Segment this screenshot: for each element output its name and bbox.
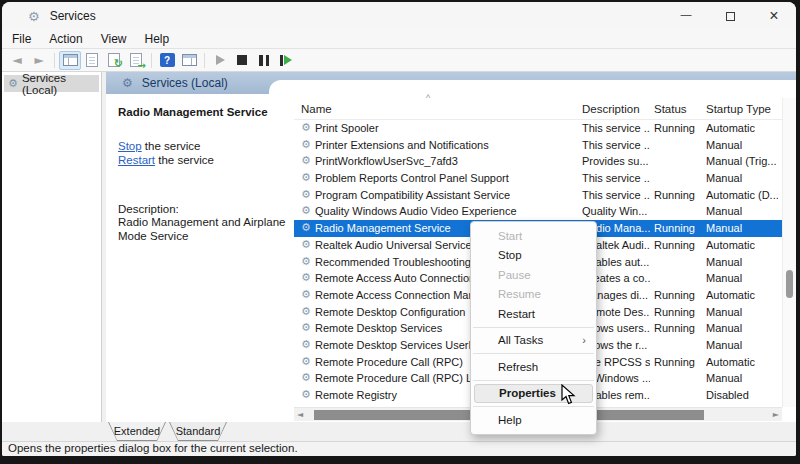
menu-separator <box>473 380 594 381</box>
service-name-cell: Quality Windows Audio Video Experience <box>315 203 577 220</box>
service-startup-cell: Automatic <box>706 120 778 137</box>
refresh-button[interactable]: ↻ <box>103 51 125 70</box>
service-status-cell: Running <box>654 237 702 254</box>
restart-service-line: Restart the service <box>118 153 284 167</box>
pause-service-button[interactable] <box>253 51 275 70</box>
toolbar-separator <box>54 53 55 68</box>
show-console-tree-button[interactable] <box>59 51 81 70</box>
context-menu-item-refresh[interactable]: Refresh <box>471 357 596 377</box>
toolbar-separator <box>151 53 152 68</box>
menu-file[interactable]: File <box>3 32 40 46</box>
service-status-cell: Running <box>654 120 702 137</box>
scroll-left-icon[interactable]: ◄ <box>297 409 303 421</box>
context-menu-item-restart[interactable]: Restart <box>471 304 596 324</box>
stop-icon <box>237 55 247 65</box>
mouse-cursor <box>561 384 576 406</box>
service-status-cell: Running <box>654 354 702 371</box>
stop-service-button[interactable] <box>231 51 253 70</box>
service-description-cell: This service ... <box>582 137 650 154</box>
tab-standard[interactable]: Standard <box>169 422 227 441</box>
pause-icon <box>259 55 269 66</box>
show-action-pane-button[interactable] <box>178 51 200 70</box>
service-description-cell: This service ... <box>582 187 650 204</box>
app-gear-icon: ⚙ <box>28 9 40 24</box>
tab-extended[interactable]: Extended <box>108 422 166 441</box>
service-row[interactable]: ⚙PrintWorkflowUserSvc_7afd3Provides su..… <box>294 153 782 170</box>
menu-help[interactable]: Help <box>136 32 179 46</box>
service-status-cell <box>654 337 702 354</box>
service-status-cell <box>654 370 702 387</box>
context-menu-item-help[interactable]: Help <box>471 410 596 430</box>
stop-link[interactable]: Stop <box>118 140 142 152</box>
service-startup-cell: Manual <box>706 203 778 220</box>
service-startup-cell: Automatic (D... <box>706 187 778 204</box>
forward-button[interactable]: ► <box>28 51 50 70</box>
start-service-button[interactable] <box>209 51 231 70</box>
column-header-startup-type[interactable]: Startup Type <box>706 98 771 120</box>
export-arrow-icon: → <box>138 61 146 71</box>
menu-separator <box>473 406 594 407</box>
window-title: Services <box>50 9 96 23</box>
tree-item-services-local[interactable]: ⚙ Services (Local) <box>4 75 99 92</box>
context-menu-item-start: Start <box>471 226 596 246</box>
stop-service-line: Stop the service <box>118 139 284 153</box>
service-row[interactable]: ⚙Program Compatibility Assistant Service… <box>294 187 782 204</box>
scroll-right-icon[interactable]: ► <box>773 409 779 421</box>
sort-ascending-icon: ^ <box>426 93 430 103</box>
restart-link[interactable]: Restart <box>118 154 155 166</box>
gear-icon: ⚙ <box>301 320 311 337</box>
service-status-cell <box>654 170 702 187</box>
gear-icon: ⚙ <box>301 120 311 137</box>
gear-icon: ⚙ <box>301 354 311 371</box>
services-window: ⚙ Services — × FileActionViewHelp ◄ ► ↻ … <box>2 2 796 456</box>
gear-icon: ⚙ <box>8 77 18 90</box>
service-status-cell <box>654 137 702 154</box>
close-button[interactable]: × <box>752 2 796 30</box>
restart-line-text: the service <box>155 154 214 166</box>
service-description-cell: This service ... <box>582 120 650 137</box>
menu-action[interactable]: Action <box>40 32 91 46</box>
menu-view[interactable]: View <box>92 32 136 46</box>
vertical-scrollbar-thumb[interactable] <box>786 270 793 298</box>
play-icon <box>216 55 225 65</box>
service-status-cell: Running <box>654 304 702 321</box>
context-menu-item-stop[interactable]: Stop <box>471 246 596 266</box>
column-header-description[interactable]: Description <box>582 98 640 120</box>
console-tree-panel: ⚙ Services (Local) <box>2 72 102 422</box>
service-row[interactable]: ⚙Printer Extensions and NotificationsThi… <box>294 137 782 154</box>
context-menu-item-resume: Resume <box>471 285 596 305</box>
service-name-cell: Printer Extensions and Notifications <box>315 137 577 154</box>
maximize-icon <box>726 12 735 21</box>
service-row[interactable]: ⚙Print SpoolerThis service ...RunningAut… <box>294 120 782 137</box>
column-header-name[interactable]: Name <box>301 98 332 120</box>
help-button[interactable]: ? <box>156 51 178 70</box>
minimize-button[interactable]: — <box>664 2 708 30</box>
context-menu: StartStopPauseResumeRestartAll Tasks›Ref… <box>470 221 597 435</box>
back-button[interactable]: ◄ <box>6 51 28 70</box>
list-rounded-top <box>269 80 796 95</box>
context-menu-item-all-tasks[interactable]: All Tasks› <box>471 331 596 351</box>
service-row[interactable]: ⚙Problem Reports Control Panel SupportTh… <box>294 170 782 187</box>
service-status-cell <box>654 387 702 404</box>
service-startup-cell: Manual <box>706 370 778 387</box>
service-description-cell: This service ... <box>582 170 650 187</box>
service-startup-cell: Automatic <box>706 354 778 371</box>
service-startup-cell: Manual (Trig... <box>706 153 778 170</box>
stop-line-text: the service <box>142 140 201 152</box>
properties-button[interactable] <box>81 51 103 70</box>
restart-service-button[interactable] <box>275 51 297 70</box>
service-status-cell <box>654 254 702 271</box>
export-list-button[interactable]: → <box>125 51 147 70</box>
gear-icon: ⚙ <box>301 170 311 187</box>
gear-icon: ⚙ <box>122 76 133 90</box>
service-startup-cell: Manual <box>706 304 778 321</box>
column-header-status[interactable]: Status <box>654 98 687 120</box>
service-startup-cell: Manual <box>706 254 778 271</box>
service-startup-cell: Manual <box>706 137 778 154</box>
description-label: Description: <box>118 203 284 215</box>
context-menu-item-pause: Pause <box>471 265 596 285</box>
service-row[interactable]: ⚙Quality Windows Audio Video ExperienceQ… <box>294 203 782 220</box>
maximize-button[interactable] <box>708 2 752 30</box>
vertical-scrollbar[interactable] <box>782 98 796 407</box>
submenu-arrow-icon: › <box>582 334 586 346</box>
